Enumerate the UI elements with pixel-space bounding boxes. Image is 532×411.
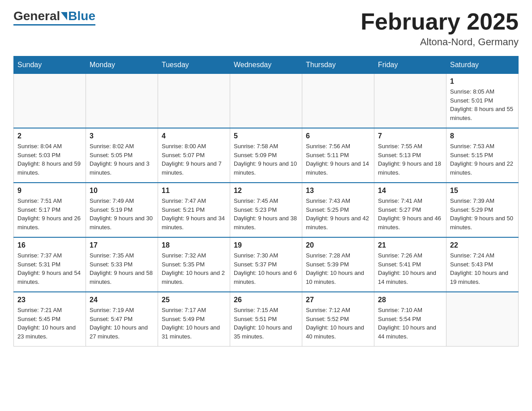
calendar-cell: 27Sunrise: 7:12 AM Sunset: 5:52 PM Dayli… (302, 292, 374, 347)
calendar-cell: 16Sunrise: 7:37 AM Sunset: 5:31 PM Dayli… (14, 237, 86, 292)
day-info: Sunrise: 7:10 AM Sunset: 5:54 PM Dayligh… (378, 306, 442, 341)
day-number: 23 (17, 296, 82, 304)
calendar-cell: 7Sunrise: 7:55 AM Sunset: 5:13 PM Daylig… (374, 128, 446, 183)
day-number: 2 (17, 132, 82, 140)
day-number: 1 (450, 77, 515, 86)
day-number: 28 (378, 296, 442, 304)
calendar-cell: 8Sunrise: 7:53 AM Sunset: 5:15 PM Daylig… (446, 128, 519, 183)
day-info: Sunrise: 7:12 AM Sunset: 5:52 PM Dayligh… (306, 306, 370, 341)
weekday-thursday: Thursday (302, 56, 374, 74)
day-info: Sunrise: 7:53 AM Sunset: 5:15 PM Dayligh… (450, 142, 515, 177)
calendar-week-1: 1Sunrise: 8:05 AM Sunset: 5:01 PM Daylig… (14, 74, 519, 128)
day-info: Sunrise: 7:47 AM Sunset: 5:21 PM Dayligh… (162, 197, 226, 231)
day-info: Sunrise: 7:51 AM Sunset: 5:17 PM Dayligh… (17, 197, 82, 231)
day-info: Sunrise: 7:24 AM Sunset: 5:43 PM Dayligh… (450, 251, 515, 286)
day-number: 5 (234, 132, 298, 140)
calendar-cell (302, 74, 374, 128)
day-info: Sunrise: 7:49 AM Sunset: 5:19 PM Dayligh… (90, 197, 154, 231)
day-info: Sunrise: 7:19 AM Sunset: 5:47 PM Dayligh… (90, 306, 154, 341)
day-info: Sunrise: 7:58 AM Sunset: 5:09 PM Dayligh… (234, 142, 298, 177)
day-info: Sunrise: 8:05 AM Sunset: 5:01 PM Dayligh… (450, 87, 515, 122)
day-number: 22 (450, 241, 515, 249)
day-info: Sunrise: 7:41 AM Sunset: 5:27 PM Dayligh… (378, 197, 442, 231)
calendar-cell: 11Sunrise: 7:47 AM Sunset: 5:21 PM Dayli… (158, 183, 230, 237)
calendar-cell: 21Sunrise: 7:26 AM Sunset: 5:41 PM Dayli… (374, 237, 446, 292)
month-title: February 2025 (360, 9, 519, 34)
day-info: Sunrise: 8:04 AM Sunset: 5:03 PM Dayligh… (17, 142, 82, 177)
calendar-cell: 6Sunrise: 7:56 AM Sunset: 5:11 PM Daylig… (302, 128, 374, 183)
weekday-wednesday: Wednesday (230, 56, 302, 74)
calendar-cell (446, 292, 519, 347)
logo: General Blue (13, 9, 95, 26)
day-number: 9 (17, 187, 82, 195)
day-number: 4 (162, 132, 226, 140)
day-number: 14 (378, 187, 442, 195)
calendar-cell: 22Sunrise: 7:24 AM Sunset: 5:43 PM Dayli… (446, 237, 519, 292)
calendar-cell: 12Sunrise: 7:45 AM Sunset: 5:23 PM Dayli… (230, 183, 302, 237)
calendar-week-3: 9Sunrise: 7:51 AM Sunset: 5:17 PM Daylig… (14, 183, 519, 237)
day-number: 11 (162, 187, 226, 195)
logo-underline (13, 24, 95, 26)
calendar-cell: 1Sunrise: 8:05 AM Sunset: 5:01 PM Daylig… (446, 74, 519, 128)
day-info: Sunrise: 7:21 AM Sunset: 5:45 PM Dayligh… (17, 306, 82, 341)
day-number: 6 (306, 132, 370, 140)
day-number: 21 (378, 241, 442, 249)
weekday-sunday: Sunday (14, 56, 86, 74)
day-info: Sunrise: 7:17 AM Sunset: 5:49 PM Dayligh… (162, 306, 226, 341)
day-number: 15 (450, 187, 515, 195)
day-number: 3 (90, 132, 154, 140)
day-info: Sunrise: 7:45 AM Sunset: 5:23 PM Dayligh… (234, 197, 298, 231)
day-info: Sunrise: 7:35 AM Sunset: 5:33 PM Dayligh… (90, 251, 154, 286)
day-number: 17 (90, 241, 154, 249)
calendar-cell: 9Sunrise: 7:51 AM Sunset: 5:17 PM Daylig… (14, 183, 86, 237)
day-info: Sunrise: 8:00 AM Sunset: 5:07 PM Dayligh… (162, 142, 226, 177)
day-number: 16 (17, 241, 82, 249)
weekday-friday: Friday (374, 56, 446, 74)
calendar-cell: 13Sunrise: 7:43 AM Sunset: 5:25 PM Dayli… (302, 183, 374, 237)
calendar-cell (158, 74, 230, 128)
calendar-cell: 25Sunrise: 7:17 AM Sunset: 5:49 PM Dayli… (158, 292, 230, 347)
calendar-cell (86, 74, 158, 128)
day-info: Sunrise: 7:39 AM Sunset: 5:29 PM Dayligh… (450, 197, 515, 231)
day-number: 20 (306, 241, 370, 249)
calendar-cell: 17Sunrise: 7:35 AM Sunset: 5:33 PM Dayli… (86, 237, 158, 292)
day-info: Sunrise: 7:28 AM Sunset: 5:39 PM Dayligh… (306, 251, 370, 286)
calendar-cell: 19Sunrise: 7:30 AM Sunset: 5:37 PM Dayli… (230, 237, 302, 292)
logo-triangle-icon (61, 12, 67, 20)
weekday-saturday: Saturday (446, 56, 519, 74)
day-number: 18 (162, 241, 226, 249)
day-number: 27 (306, 296, 370, 304)
day-number: 25 (162, 296, 226, 304)
calendar-cell (374, 74, 446, 128)
day-number: 12 (234, 187, 298, 195)
day-info: Sunrise: 7:26 AM Sunset: 5:41 PM Dayligh… (378, 251, 442, 286)
calendar-cell: 20Sunrise: 7:28 AM Sunset: 5:39 PM Dayli… (302, 237, 374, 292)
day-number: 13 (306, 187, 370, 195)
calendar-cell: 10Sunrise: 7:49 AM Sunset: 5:19 PM Dayli… (86, 183, 158, 237)
day-number: 8 (450, 132, 515, 140)
weekday-header-row: SundayMondayTuesdayWednesdayThursdayFrid… (14, 56, 519, 74)
logo-general-text: General (13, 9, 60, 23)
day-info: Sunrise: 7:15 AM Sunset: 5:51 PM Dayligh… (234, 306, 298, 341)
weekday-monday: Monday (86, 56, 158, 74)
day-number: 7 (378, 132, 442, 140)
logo-blue-text: Blue (68, 9, 95, 23)
day-number: 19 (234, 241, 298, 249)
title-section: February 2025 Altona-Nord, Germany (360, 9, 519, 48)
day-info: Sunrise: 7:43 AM Sunset: 5:25 PM Dayligh… (306, 197, 370, 231)
calendar-cell: 26Sunrise: 7:15 AM Sunset: 5:51 PM Dayli… (230, 292, 302, 347)
day-info: Sunrise: 7:55 AM Sunset: 5:13 PM Dayligh… (378, 142, 442, 177)
calendar-cell: 3Sunrise: 8:02 AM Sunset: 5:05 PM Daylig… (86, 128, 158, 183)
calendar-cell (230, 74, 302, 128)
calendar-cell: 14Sunrise: 7:41 AM Sunset: 5:27 PM Dayli… (374, 183, 446, 237)
calendar-cell: 23Sunrise: 7:21 AM Sunset: 5:45 PM Dayli… (14, 292, 86, 347)
weekday-tuesday: Tuesday (158, 56, 230, 74)
calendar-week-4: 16Sunrise: 7:37 AM Sunset: 5:31 PM Dayli… (14, 237, 519, 292)
calendar-table: SundayMondayTuesdayWednesdayThursdayFrid… (13, 56, 519, 347)
calendar-cell: 24Sunrise: 7:19 AM Sunset: 5:47 PM Dayli… (86, 292, 158, 347)
day-number: 24 (90, 296, 154, 304)
day-info: Sunrise: 7:37 AM Sunset: 5:31 PM Dayligh… (17, 251, 82, 286)
calendar-cell (14, 74, 86, 128)
day-info: Sunrise: 7:56 AM Sunset: 5:11 PM Dayligh… (306, 142, 370, 177)
calendar-cell: 5Sunrise: 7:58 AM Sunset: 5:09 PM Daylig… (230, 128, 302, 183)
